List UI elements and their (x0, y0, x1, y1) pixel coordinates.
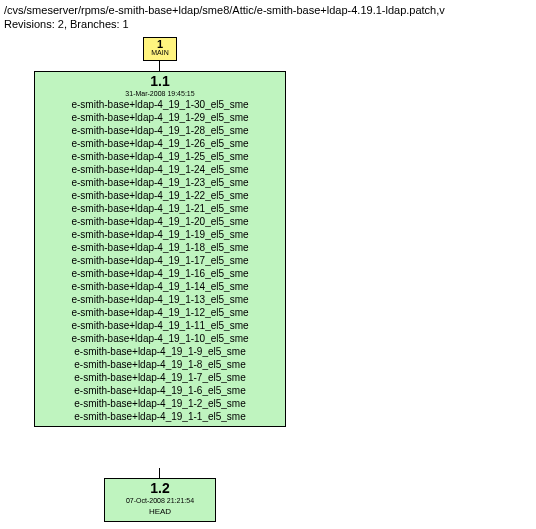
revision-tags: HEAD (111, 505, 209, 518)
revision-node-1-2[interactable]: 1.2 07-Oct-2008 21:21:54 HEAD (104, 478, 216, 522)
revision-date: 07-Oct-2008 21:21:54 (111, 497, 209, 505)
branch-label: MAIN (144, 49, 176, 56)
branch-node-main[interactable]: 1 MAIN (143, 37, 177, 61)
file-path: /cvs/smeserver/rpms/e-smith-base+ldap/sm… (4, 4, 536, 17)
connector-line (159, 61, 160, 71)
revision-graph: 1 MAIN 1.1 31-Mar-2008 19:45:15 e-smith-… (4, 37, 532, 527)
connector-line (159, 468, 160, 478)
revision-date: 31-Mar-2008 19:45:15 (41, 90, 279, 98)
revision-number: 1.1 (41, 74, 279, 89)
revision-summary: Revisions: 2, Branches: 1 (4, 18, 536, 31)
revision-tags: e-smith-base+ldap-4_19_1-30_el5_sme e-sm… (41, 98, 279, 423)
revision-node-1-1[interactable]: 1.1 31-Mar-2008 19:45:15 e-smith-base+ld… (34, 71, 286, 427)
revision-number: 1.2 (111, 481, 209, 496)
